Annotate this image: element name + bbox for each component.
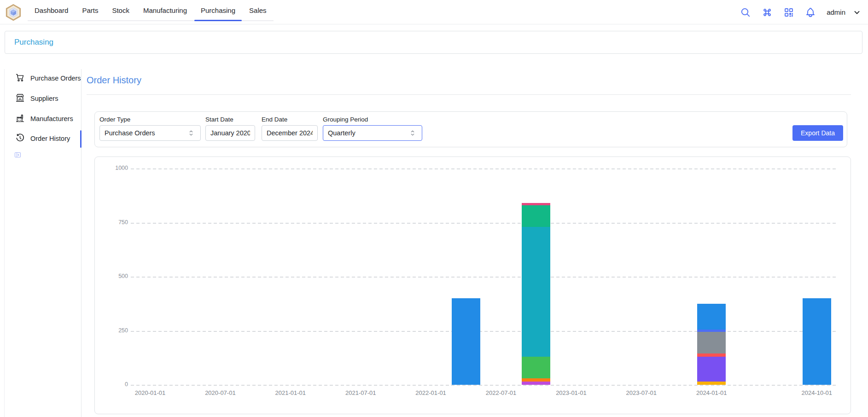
x-axis-label: 2023-07-01 [618, 389, 664, 396]
order-type-value: Purchase Orders [105, 129, 155, 137]
chart-x-axis: 2020-01-012020-07-012021-01-012021-07-01… [131, 389, 838, 400]
chart-gridline [131, 168, 838, 169]
storefront-icon [15, 93, 25, 104]
app-window: Dashboard Parts Stock Manufacturing Purc… [0, 0, 868, 417]
tab-purchasing[interactable]: Purchasing [194, 0, 242, 20]
bar-segment [522, 203, 550, 205]
topbar-actions: admin [740, 0, 868, 24]
y-axis-label: 500 [102, 273, 128, 279]
sidebar-collapse-icon[interactable] [14, 151, 22, 159]
tab-parts[interactable]: Parts [75, 0, 105, 20]
y-axis-label: 0 [102, 381, 128, 388]
chart-bar-2022-04-01[interactable] [452, 298, 480, 385]
command-icon[interactable] [762, 7, 773, 18]
x-axis-label: 2022-01-01 [408, 389, 454, 396]
order-type-select[interactable]: Purchase Orders [99, 125, 201, 141]
chart-bar-2024-01-01[interactable] [697, 304, 726, 385]
bar-segment [522, 227, 550, 357]
order-history-chart: 02505007501000 2020-01-012020-07-012021-… [94, 156, 851, 414]
search-icon[interactable] [740, 7, 751, 18]
bar-segment [697, 353, 726, 357]
bar-segment [697, 304, 726, 330]
sidebar-item-suppliers[interactable]: Suppliers [15, 92, 58, 105]
sidebar-item-purchase-orders[interactable]: Purchase Orders [15, 71, 81, 85]
chart-y-axis: 02505007501000 [102, 168, 128, 385]
export-data-button[interactable]: Export Data [792, 125, 843, 141]
tab-dashboard[interactable]: Dashboard [28, 0, 75, 20]
sidebar-item-label: Purchase Orders [30, 75, 81, 82]
tab-stock[interactable]: Stock [105, 0, 136, 20]
title-divider [87, 94, 851, 95]
sidebar-item-label: Suppliers [30, 95, 58, 102]
bell-icon[interactable] [805, 7, 816, 18]
filter-toolbar: Order Type Start Date End Date Grouping … [94, 111, 847, 147]
select-updown-icon [408, 128, 417, 138]
factory-icon [15, 113, 25, 125]
chart-plot [131, 168, 838, 385]
bar-segment [697, 332, 726, 353]
bar-segment [697, 357, 726, 382]
x-axis-label: 2021-07-01 [338, 389, 384, 396]
history-icon [15, 133, 25, 145]
inventree-logo[interactable] [5, 4, 22, 21]
sidebar-item-label: Manufacturers [30, 115, 73, 122]
top-navigation-bar: Dashboard Parts Stock Manufacturing Purc… [0, 0, 868, 24]
sidebar-item-label: Order History [30, 135, 70, 142]
bar-segment [697, 382, 726, 385]
bar-segment [522, 378, 550, 382]
breadcrumb-purchasing-link[interactable]: Purchasing [14, 38, 53, 47]
x-axis-label: 2022-07-01 [478, 389, 524, 396]
main-tabs: Dashboard Parts Stock Manufacturing Purc… [28, 0, 274, 21]
shopping-cart-icon [15, 73, 25, 84]
chart-gridline [131, 385, 838, 386]
tab-sales[interactable]: Sales [242, 0, 274, 20]
x-axis-label: 2024-01-01 [688, 389, 734, 396]
sidebar-divider [81, 69, 82, 417]
chart-gridline [131, 277, 838, 278]
bar-segment [697, 330, 726, 332]
tab-manufacturing[interactable]: Manufacturing [136, 0, 194, 20]
chart-gridline [131, 223, 838, 224]
user-menu[interactable]: admin [827, 8, 845, 16]
chart-bar-2022-10-01[interactable] [522, 203, 550, 385]
start-date-input[interactable] [205, 125, 255, 141]
chevron-down-icon[interactable] [852, 8, 862, 17]
x-axis-label: 2023-01-01 [548, 389, 594, 396]
y-axis-label: 1000 [102, 165, 128, 171]
bar-segment [522, 382, 550, 385]
chart-bar-2024-10-01[interactable] [803, 298, 831, 385]
x-axis-label: 2024-10-01 [794, 389, 840, 396]
qrcode-scan-icon[interactable] [783, 7, 794, 18]
x-axis-label: 2020-07-01 [197, 389, 243, 396]
start-date-label: Start Date [205, 116, 233, 123]
chart-gridline [131, 331, 838, 332]
grouping-period-label: Grouping Period [323, 116, 368, 123]
sidebar-item-manufacturers[interactable]: Manufacturers [15, 112, 73, 126]
order-type-label: Order Type [99, 116, 130, 123]
y-axis-label: 750 [102, 219, 128, 226]
x-axis-label: 2020-01-01 [127, 389, 173, 396]
sidebar-item-order-history[interactable]: Order History [15, 132, 70, 145]
sidebar-active-indicator [80, 130, 82, 148]
end-date-input[interactable] [262, 125, 318, 141]
y-axis-label: 250 [102, 327, 128, 334]
x-axis-label: 2021-01-01 [268, 389, 314, 396]
grouping-period-select[interactable]: Quarterly [323, 125, 422, 141]
grouping-period-value: Quarterly [328, 129, 355, 137]
end-date-label: End Date [262, 116, 287, 123]
bar-segment [452, 298, 480, 385]
select-updown-icon [186, 128, 196, 138]
bar-segment [522, 205, 550, 227]
bar-segment [803, 298, 831, 385]
page-title: Order History [87, 75, 141, 86]
bar-segment [522, 357, 550, 378]
content-left-border [4, 69, 5, 417]
breadcrumb: Purchasing [5, 31, 862, 54]
